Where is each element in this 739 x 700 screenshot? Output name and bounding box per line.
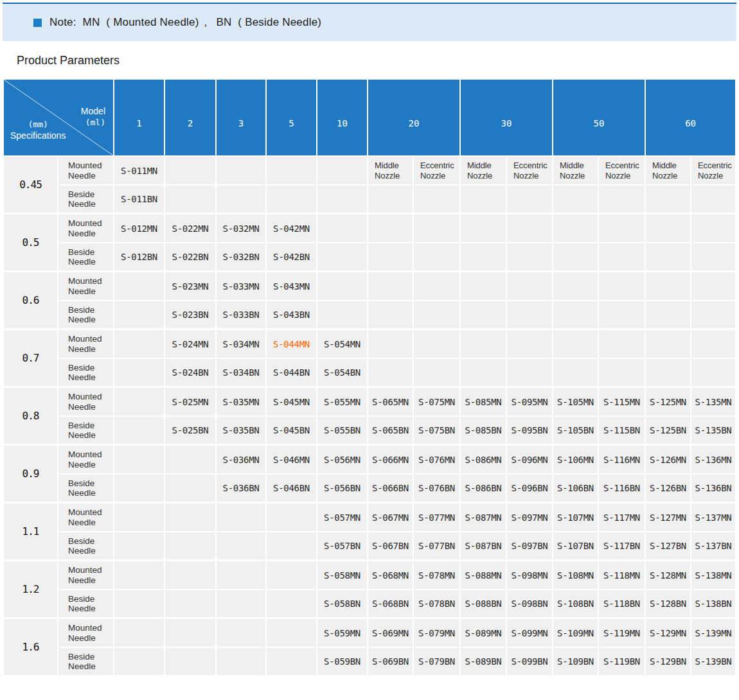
code-cell[interactable]: S-065MN: [368, 388, 413, 416]
code-cell[interactable]: S-066BN: [368, 475, 413, 502]
code-cell[interactable]: S-033MN: [217, 272, 265, 300]
code-cell[interactable]: S-055MN: [317, 388, 367, 416]
code-cell[interactable]: S-088MN: [461, 561, 506, 589]
code-cell[interactable]: S-024MN: [165, 330, 215, 358]
code-cell[interactable]: S-056BN: [317, 475, 367, 502]
code-cell[interactable]: S-033BN: [217, 301, 265, 329]
code-cell[interactable]: S-126BN: [646, 475, 690, 502]
code-cell[interactable]: S-137MN: [691, 503, 735, 531]
code-cell[interactable]: S-079MN: [414, 619, 459, 647]
code-cell[interactable]: S-085BN: [461, 417, 506, 444]
code-cell[interactable]: S-098MN: [507, 561, 552, 589]
code-cell[interactable]: S-075BN: [414, 417, 459, 444]
code-cell[interactable]: S-032BN: [217, 243, 265, 271]
code-cell[interactable]: S-067BN: [368, 532, 413, 560]
code-cell[interactable]: S-078MN: [414, 561, 459, 589]
code-cell[interactable]: S-025BN: [165, 417, 215, 444]
code-cell[interactable]: S-137BN: [691, 532, 735, 560]
code-cell[interactable]: S-109BN: [553, 648, 598, 676]
code-cell[interactable]: S-068BN: [368, 590, 413, 618]
code-cell[interactable]: S-044BN: [267, 359, 316, 387]
code-cell[interactable]: S-024BN: [165, 359, 215, 387]
code-cell[interactable]: S-023MN: [165, 272, 215, 300]
code-cell[interactable]: S-058BN: [317, 590, 367, 618]
code-cell[interactable]: S-116MN: [599, 446, 645, 473]
code-cell[interactable]: S-077BN: [414, 532, 459, 560]
code-cell[interactable]: S-135MN: [691, 388, 735, 416]
code-cell[interactable]: S-075MN: [414, 388, 459, 416]
code-cell[interactable]: S-118MN: [599, 561, 645, 589]
code-cell-highlighted[interactable]: S-044MN: [267, 330, 316, 358]
code-cell[interactable]: S-108MN: [553, 561, 598, 589]
code-cell[interactable]: S-012BN: [114, 243, 164, 271]
code-cell[interactable]: S-096MN: [507, 446, 552, 473]
code-cell[interactable]: S-076MN: [414, 446, 459, 473]
code-cell[interactable]: S-076BN: [414, 475, 459, 502]
code-cell[interactable]: S-117BN: [599, 532, 645, 560]
code-cell[interactable]: S-069MN: [368, 619, 413, 647]
code-cell[interactable]: S-025MN: [165, 388, 215, 416]
code-cell[interactable]: S-045BN: [267, 417, 316, 444]
code-cell[interactable]: S-105BN: [553, 417, 598, 444]
code-cell[interactable]: S-127MN: [646, 503, 690, 531]
code-cell[interactable]: S-115MN: [599, 388, 645, 416]
code-cell[interactable]: S-089MN: [461, 619, 506, 647]
code-cell[interactable]: S-055BN: [317, 417, 367, 444]
code-cell[interactable]: S-107MN: [553, 503, 598, 531]
code-cell[interactable]: S-045MN: [267, 388, 316, 416]
code-cell[interactable]: S-138MN: [691, 561, 735, 589]
code-cell[interactable]: S-108BN: [553, 590, 598, 618]
code-cell[interactable]: S-067MN: [368, 503, 413, 531]
code-cell[interactable]: S-079BN: [414, 648, 459, 676]
code-cell[interactable]: S-057BN: [317, 532, 367, 560]
code-cell[interactable]: S-085MN: [461, 388, 506, 416]
code-cell[interactable]: S-043MN: [267, 272, 316, 300]
code-cell[interactable]: S-036MN: [217, 446, 265, 473]
code-cell[interactable]: S-099MN: [507, 619, 552, 647]
code-cell[interactable]: S-011MN: [114, 157, 164, 184]
code-cell[interactable]: S-126MN: [646, 446, 690, 473]
code-cell[interactable]: S-042MN: [267, 214, 316, 242]
code-cell[interactable]: S-069BN: [368, 648, 413, 676]
code-cell[interactable]: S-106MN: [553, 446, 598, 473]
code-cell[interactable]: S-078BN: [414, 590, 459, 618]
code-cell[interactable]: S-095MN: [507, 388, 552, 416]
code-cell[interactable]: S-129BN: [646, 648, 690, 676]
code-cell[interactable]: S-098BN: [507, 590, 552, 618]
code-cell[interactable]: S-012MN: [114, 214, 164, 242]
code-cell[interactable]: S-129MN: [646, 619, 690, 647]
code-cell[interactable]: S-136BN: [691, 475, 735, 502]
code-cell[interactable]: S-139BN: [691, 648, 735, 676]
code-cell[interactable]: S-042BN: [267, 243, 316, 271]
code-cell[interactable]: S-097MN: [507, 503, 552, 531]
code-cell[interactable]: S-023BN: [165, 301, 215, 329]
code-cell[interactable]: S-097BN: [507, 532, 552, 560]
code-cell[interactable]: S-139MN: [691, 619, 735, 647]
code-cell[interactable]: S-087BN: [461, 532, 506, 560]
code-cell[interactable]: S-066MN: [368, 446, 413, 473]
code-cell[interactable]: S-119BN: [599, 648, 645, 676]
code-cell[interactable]: S-058MN: [317, 561, 367, 589]
code-cell[interactable]: S-109MN: [553, 619, 598, 647]
code-cell[interactable]: S-117MN: [599, 503, 645, 531]
code-cell[interactable]: S-095BN: [507, 417, 552, 444]
code-cell[interactable]: S-036BN: [217, 475, 265, 502]
code-cell[interactable]: S-115BN: [599, 417, 645, 444]
code-cell[interactable]: S-118BN: [599, 590, 645, 618]
code-cell[interactable]: S-086BN: [461, 475, 506, 502]
code-cell[interactable]: S-022BN: [165, 243, 215, 271]
code-cell[interactable]: S-116BN: [599, 475, 645, 502]
code-cell[interactable]: S-035MN: [217, 388, 265, 416]
code-cell[interactable]: S-059MN: [317, 619, 367, 647]
code-cell[interactable]: S-135BN: [691, 417, 735, 444]
code-cell[interactable]: S-046MN: [267, 446, 316, 473]
code-cell[interactable]: S-088BN: [461, 590, 506, 618]
code-cell[interactable]: S-105MN: [553, 388, 598, 416]
code-cell[interactable]: S-125BN: [646, 417, 690, 444]
code-cell[interactable]: S-032MN: [217, 214, 265, 242]
code-cell[interactable]: S-011BN: [114, 186, 164, 213]
code-cell[interactable]: S-059BN: [317, 648, 367, 676]
code-cell[interactable]: S-107BN: [553, 532, 598, 560]
code-cell[interactable]: S-125MN: [646, 388, 690, 416]
code-cell[interactable]: S-056MN: [317, 446, 367, 473]
